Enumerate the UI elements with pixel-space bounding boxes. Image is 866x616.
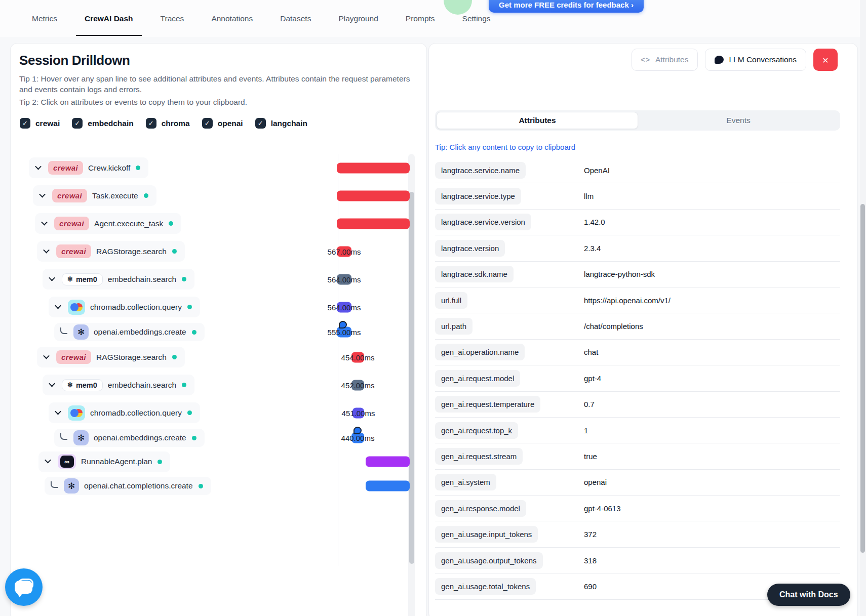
span-row[interactable]: ✻mem0embedchain.search452.00ms: [11, 371, 426, 399]
span-row[interactable]: chromadb.collection.query564.00ms: [11, 293, 426, 321]
span-row[interactable]: crewaiRAGStorage.search454.00ms: [11, 343, 426, 371]
tab-traces[interactable]: Traces: [161, 0, 184, 37]
attribute-value[interactable]: true: [584, 452, 597, 461]
attribute-row[interactable]: langtrace.service.nameOpenAI: [435, 157, 840, 183]
span-row[interactable]: crewaiAgent.execute_task: [11, 210, 426, 237]
attribute-row[interactable]: gen_ai.request.top_k1: [435, 418, 840, 443]
attribute-row[interactable]: langtrace.service.typellm: [435, 183, 840, 209]
attribute-row[interactable]: gen_ai.request.modelgpt-4: [435, 365, 840, 391]
attribute-row[interactable]: langtrace.sdk.namelangtrace-python-sdk: [435, 262, 840, 288]
duration-bar[interactable]: [366, 481, 410, 491]
span-row[interactable]: crewaiRAGStorage.search567.00ms: [11, 237, 426, 265]
attribute-value[interactable]: 2.3.4: [584, 244, 601, 253]
chat-widget-button[interactable]: [5, 568, 43, 606]
chevron-down-icon[interactable]: [43, 352, 50, 359]
attribute-key[interactable]: langtrace.version: [435, 240, 505, 257]
chevron-down-icon[interactable]: [45, 457, 51, 464]
tab-events[interactable]: Events: [638, 112, 839, 129]
copy-tip-link[interactable]: Tip: Click any content to copy to clipbo…: [435, 143, 575, 151]
filter-crewai[interactable]: ✓crewai: [20, 118, 60, 129]
attribute-value[interactable]: /chat/completions: [584, 322, 643, 331]
duration-bar[interactable]: [337, 162, 410, 173]
span-box[interactable]: crewaiRAGStorage.search: [37, 241, 185, 262]
attribute-key[interactable]: langtrace.service.type: [435, 188, 521, 204]
tab-crewai-dash[interactable]: CrewAI Dash: [85, 0, 133, 37]
attribute-row[interactable]: langtrace.service.version1.42.0: [435, 210, 840, 235]
tab-datasets[interactable]: Datasets: [280, 0, 311, 37]
span-tree-scrollbar-thumb[interactable]: [409, 192, 414, 564]
checkbox-checked-icon[interactable]: ✓: [20, 118, 30, 129]
span-row[interactable]: ✻openai.embeddings.create555.00ms: [11, 321, 426, 343]
span-box[interactable]: ∞RunnableAgent.plan: [38, 451, 170, 472]
tab-playground[interactable]: Playground: [338, 0, 378, 37]
attribute-value[interactable]: 0.7: [584, 400, 595, 408]
checkbox-checked-icon[interactable]: ✓: [146, 118, 156, 129]
filter-langchain[interactable]: ✓langchain: [255, 118, 307, 129]
filter-embedchain[interactable]: ✓embedchain: [72, 118, 133, 129]
span-row[interactable]: ✻openai.embeddings.create440.00ms: [11, 427, 426, 449]
duration-bar[interactable]: [337, 190, 410, 201]
attribute-value[interactable]: 1: [584, 426, 588, 435]
attribute-key[interactable]: gen_ai.request.stream: [435, 448, 523, 465]
checkbox-checked-icon[interactable]: ✓: [202, 118, 213, 129]
attribute-key[interactable]: gen_ai.operation.name: [435, 344, 525, 360]
attribute-row[interactable]: gen_ai.systemopenai: [435, 470, 840, 496]
attribute-key[interactable]: gen_ai.usage.input_tokens: [435, 526, 538, 543]
attribute-value[interactable]: 372: [584, 530, 597, 539]
attribute-value[interactable]: openai: [584, 478, 607, 486]
chevron-down-icon[interactable]: [39, 191, 46, 197]
attribute-value[interactable]: gpt-4: [584, 374, 601, 383]
attribute-value[interactable]: 1.42.0: [584, 218, 605, 226]
attribute-row[interactable]: gen_ai.request.streamtrue: [435, 443, 840, 469]
chat-with-docs-button[interactable]: Chat with Docs: [767, 584, 850, 606]
page-scrollbar-thumb[interactable]: [860, 204, 865, 553]
span-box[interactable]: chromadb.collection.query: [49, 402, 200, 423]
filter-chroma[interactable]: ✓chroma: [146, 118, 190, 129]
span-box[interactable]: ✻mem0embedchain.search: [43, 375, 194, 395]
span-row[interactable]: crewaiCrew.kickoff: [11, 154, 426, 182]
chevron-down-icon[interactable]: [49, 274, 55, 281]
chevron-down-icon[interactable]: [35, 163, 42, 170]
attribute-key[interactable]: gen_ai.usage.output_tokens: [435, 552, 543, 569]
attribute-key[interactable]: langtrace.service.name: [435, 162, 526, 179]
attribute-key[interactable]: gen_ai.request.temperature: [435, 396, 540, 413]
attribute-value[interactable]: 318: [584, 556, 597, 565]
duration-bar[interactable]: [366, 457, 410, 467]
chevron-down-icon[interactable]: [55, 302, 61, 309]
close-button[interactable]: ×: [813, 49, 838, 71]
chevron-down-icon[interactable]: [43, 247, 50, 253]
attribute-key[interactable]: gen_ai.system: [435, 474, 496, 490]
tab-metrics[interactable]: Metrics: [32, 0, 57, 37]
tab-annotations[interactable]: Annotations: [211, 0, 253, 37]
attribute-value[interactable]: langtrace-python-sdk: [584, 270, 655, 278]
chevron-down-icon[interactable]: [55, 408, 61, 415]
attribute-row[interactable]: gen_ai.request.temperature0.7: [435, 392, 840, 418]
chevron-down-icon[interactable]: [41, 219, 48, 225]
attributes-view-button[interactable]: <> Attributes: [632, 49, 698, 71]
span-box[interactable]: ✻mem0embedchain.search: [43, 269, 194, 290]
attribute-value[interactable]: chat: [584, 348, 598, 356]
attribute-row[interactable]: gen_ai.response.modelgpt-4-0613: [435, 496, 840, 521]
attribute-key[interactable]: gen_ai.request.top_k: [435, 422, 518, 439]
span-box[interactable]: chromadb.collection.query: [49, 297, 200, 317]
span-box[interactable]: ✻openai.chat.completions.create: [45, 477, 211, 495]
span-box[interactable]: crewaiRAGStorage.search: [37, 347, 185, 367]
span-box[interactable]: ✻openai.embeddings.create: [54, 429, 205, 447]
span-box[interactable]: crewaiTask.execute: [33, 185, 156, 206]
attribute-key[interactable]: gen_ai.request.model: [435, 370, 520, 387]
span-box[interactable]: ✻openai.embeddings.create: [54, 323, 205, 341]
span-box[interactable]: crewaiAgent.execute_task: [35, 213, 181, 234]
attribute-value[interactable]: 690: [584, 582, 597, 591]
tab-prompts[interactable]: Prompts: [406, 0, 435, 37]
get-credits-button[interactable]: Get more FREE credits for feedback ›: [489, 0, 644, 13]
attribute-row[interactable]: langtrace.version2.3.4: [435, 235, 840, 261]
checkbox-checked-icon[interactable]: ✓: [72, 118, 83, 129]
span-row[interactable]: ∞RunnableAgent.plan: [11, 449, 426, 474]
filter-openai[interactable]: ✓openai: [202, 118, 243, 129]
span-row[interactable]: crewaiTask.execute: [11, 182, 426, 210]
span-row[interactable]: ✻mem0embedchain.search564.00ms: [11, 265, 426, 293]
tab-attributes[interactable]: Attributes: [437, 112, 638, 129]
attribute-key[interactable]: url.path: [435, 318, 473, 335]
attribute-value[interactable]: https://api.openai.com/v1/: [584, 296, 671, 305]
span-row[interactable]: ✻openai.chat.completions.create: [11, 474, 426, 498]
